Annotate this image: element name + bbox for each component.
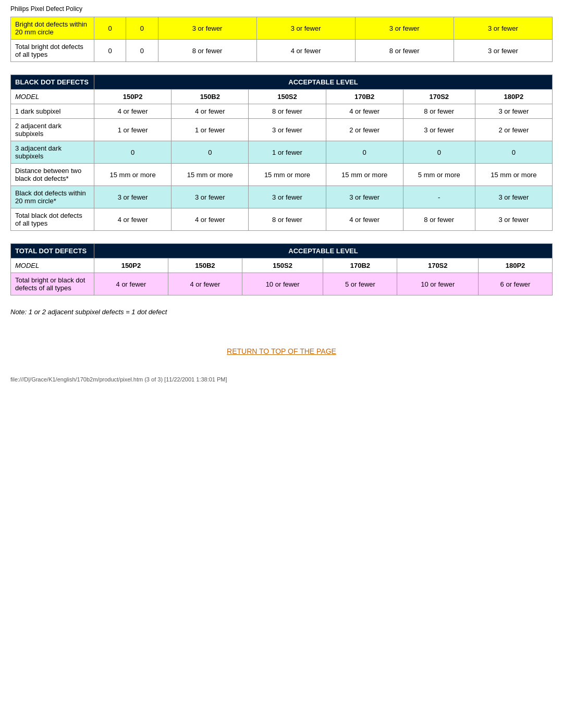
one-dark-150p2: 4 or fewer bbox=[94, 104, 172, 119]
distance-170s2: 5 mm or more bbox=[403, 164, 475, 186]
total-black-170s2: 8 or fewer bbox=[403, 208, 475, 231]
model-170b2: 170B2 bbox=[326, 90, 403, 104]
table-row: 1 dark subpixel 4 or fewer 4 or fewer 8 … bbox=[11, 104, 553, 119]
black-dot-table: BLACK DOT DEFECTS ACCEPTABLE LEVEL MODEL… bbox=[10, 75, 553, 231]
distance-180p2: 15 mm or more bbox=[475, 164, 552, 186]
table-row: 2 adjacent dark subpixels 1 or fewer 1 o… bbox=[11, 119, 553, 141]
black-dot-section-header: BLACK DOT DEFECTS bbox=[11, 75, 94, 90]
total-model-170s2: 170S2 bbox=[397, 258, 479, 273]
black-dot-circle-150p2: 3 or fewer bbox=[94, 186, 172, 208]
table-row: Bright dot defects within 20 mm circle 0… bbox=[11, 17, 553, 40]
total-bright-black-label: Total bright or black dot defects of all… bbox=[11, 273, 94, 295]
total-bright-black-170b2: 5 or fewer bbox=[323, 273, 397, 295]
black-dot-circle-170b2: 3 or fewer bbox=[326, 186, 403, 208]
total-bright-dot-170s2: 8 or fewer bbox=[355, 40, 454, 62]
distance-170b2: 15 mm or more bbox=[326, 164, 403, 186]
one-dark-subpixel-label: 1 dark subpixel bbox=[11, 104, 94, 119]
total-model-150b2: 150B2 bbox=[168, 258, 242, 273]
two-dark-180p2: 2 or fewer bbox=[475, 119, 552, 141]
total-model-150s2: 150S2 bbox=[242, 258, 323, 273]
black-dot-circle-180p2: 3 or fewer bbox=[475, 186, 552, 208]
bright-dot-circle-170b2: 3 or fewer bbox=[256, 17, 355, 40]
black-dot-circle-150s2: 3 or fewer bbox=[249, 186, 326, 208]
bright-dot-circle-label: Bright dot defects within 20 mm circle bbox=[11, 17, 94, 40]
total-dot-table: TOTAL DOT DEFECTS ACCEPTABLE LEVEL MODEL… bbox=[10, 243, 553, 295]
bright-dot-circle-150b2: 0 bbox=[126, 17, 158, 40]
total-model-label: MODEL bbox=[11, 258, 94, 273]
three-dark-170s2: 0 bbox=[403, 141, 475, 164]
two-dark-subpixels-label: 2 adjacent dark subpixels bbox=[11, 119, 94, 141]
model-row: MODEL 150P2 150B2 150S2 170B2 170S2 180P… bbox=[11, 90, 553, 104]
bright-dot-circle-170s2: 3 or fewer bbox=[355, 17, 454, 40]
table-row: Total black dot defects of all types 4 o… bbox=[11, 208, 553, 231]
model-row: MODEL 150P2 150B2 150S2 170B2 170S2 180P… bbox=[11, 258, 553, 273]
three-dark-150b2: 0 bbox=[172, 141, 249, 164]
note-text: Note: 1 or 2 adjacent subpixel defects =… bbox=[10, 308, 553, 316]
total-bright-dot-150p2: 0 bbox=[94, 40, 126, 62]
bright-dot-circle-150p2: 0 bbox=[94, 17, 126, 40]
model-label: MODEL bbox=[11, 90, 94, 104]
total-bright-dot-label: Total bright dot defects of all types bbox=[11, 40, 94, 62]
black-dot-acceptable-level: ACCEPTABLE LEVEL bbox=[94, 75, 553, 90]
total-bright-dot-180p2: 3 or fewer bbox=[454, 40, 552, 62]
two-dark-150p2: 1 or fewer bbox=[94, 119, 172, 141]
three-dark-150s2: 1 or fewer bbox=[249, 141, 326, 164]
total-dot-section-header: TOTAL DOT DEFECTS bbox=[11, 244, 94, 258]
two-dark-170s2: 3 or fewer bbox=[403, 119, 475, 141]
bright-dot-circle-150s2: 3 or fewer bbox=[158, 17, 256, 40]
three-dark-subpixels-label: 3 adjacent dark subpixels bbox=[11, 141, 94, 164]
distance-150s2: 15 mm or more bbox=[249, 164, 326, 186]
total-black-dot-label: Total black dot defects of all types bbox=[11, 208, 94, 231]
total-bright-black-180p2: 6 or fewer bbox=[479, 273, 553, 295]
total-black-150p2: 4 or fewer bbox=[94, 208, 172, 231]
page-title: Philips Pixel Defect Policy bbox=[10, 5, 553, 13]
black-dot-header-row: BLACK DOT DEFECTS ACCEPTABLE LEVEL bbox=[11, 75, 553, 90]
total-black-170b2: 4 or fewer bbox=[326, 208, 403, 231]
total-dot-header-row: TOTAL DOT DEFECTS ACCEPTABLE LEVEL bbox=[11, 244, 553, 258]
footer: file:///D|/Grace/K1/english/170b2m/produ… bbox=[10, 376, 553, 382]
total-dot-acceptable-level: ACCEPTABLE LEVEL bbox=[94, 244, 553, 258]
bright-dot-table: Bright dot defects within 20 mm circle 0… bbox=[10, 17, 553, 62]
one-dark-170b2: 4 or fewer bbox=[326, 104, 403, 119]
two-dark-150s2: 3 or fewer bbox=[249, 119, 326, 141]
total-black-150b2: 4 or fewer bbox=[172, 208, 249, 231]
total-black-180p2: 3 or fewer bbox=[475, 208, 552, 231]
table-row: Distance between two black dot defects* … bbox=[11, 164, 553, 186]
three-dark-170b2: 0 bbox=[326, 141, 403, 164]
distance-150p2: 15 mm or more bbox=[94, 164, 172, 186]
model-150b2: 150B2 bbox=[172, 90, 249, 104]
model-170s2: 170S2 bbox=[403, 90, 475, 104]
table-row: Total bright dot defects of all types 0 … bbox=[11, 40, 553, 62]
total-bright-black-150s2: 10 or fewer bbox=[242, 273, 323, 295]
total-bright-black-150p2: 4 or fewer bbox=[94, 273, 168, 295]
two-dark-170b2: 2 or fewer bbox=[326, 119, 403, 141]
total-bright-dot-170b2: 4 or fewer bbox=[256, 40, 355, 62]
total-bright-black-170s2: 10 or fewer bbox=[397, 273, 479, 295]
model-150s2: 150S2 bbox=[249, 90, 326, 104]
model-180p2: 180P2 bbox=[475, 90, 552, 104]
table-row: Black dot defects within 20 mm circle* 3… bbox=[11, 186, 553, 208]
one-dark-180p2: 3 or fewer bbox=[475, 104, 552, 119]
two-dark-150b2: 1 or fewer bbox=[172, 119, 249, 141]
black-dot-circle-170s2: - bbox=[403, 186, 475, 208]
black-dot-circle-label: Black dot defects within 20 mm circle* bbox=[11, 186, 94, 208]
total-model-170b2: 170B2 bbox=[323, 258, 397, 273]
three-dark-180p2: 0 bbox=[475, 141, 552, 164]
distance-label: Distance between two black dot defects* bbox=[11, 164, 94, 186]
total-model-180p2: 180P2 bbox=[479, 258, 553, 273]
one-dark-170s2: 8 or fewer bbox=[403, 104, 475, 119]
total-bright-dot-150s2: 8 or fewer bbox=[158, 40, 256, 62]
return-to-top-link[interactable]: RETURN TO TOP OF THE PAGE bbox=[227, 347, 336, 355]
total-model-150p2: 150P2 bbox=[94, 258, 168, 273]
table-row: 3 adjacent dark subpixels 0 0 1 or fewer… bbox=[11, 141, 553, 164]
bright-dot-circle-180p2: 3 or fewer bbox=[454, 17, 552, 40]
total-bright-dot-150b2: 0 bbox=[126, 40, 158, 62]
table-row: Total bright or black dot defects of all… bbox=[11, 273, 553, 295]
model-150p2: 150P2 bbox=[94, 90, 172, 104]
black-dot-circle-150b2: 3 or fewer bbox=[172, 186, 249, 208]
return-link-container: RETURN TO TOP OF THE PAGE bbox=[10, 347, 553, 355]
distance-150b2: 15 mm or more bbox=[172, 164, 249, 186]
one-dark-150s2: 8 or fewer bbox=[249, 104, 326, 119]
total-bright-black-150b2: 4 or fewer bbox=[168, 273, 242, 295]
total-black-150s2: 8 or fewer bbox=[249, 208, 326, 231]
